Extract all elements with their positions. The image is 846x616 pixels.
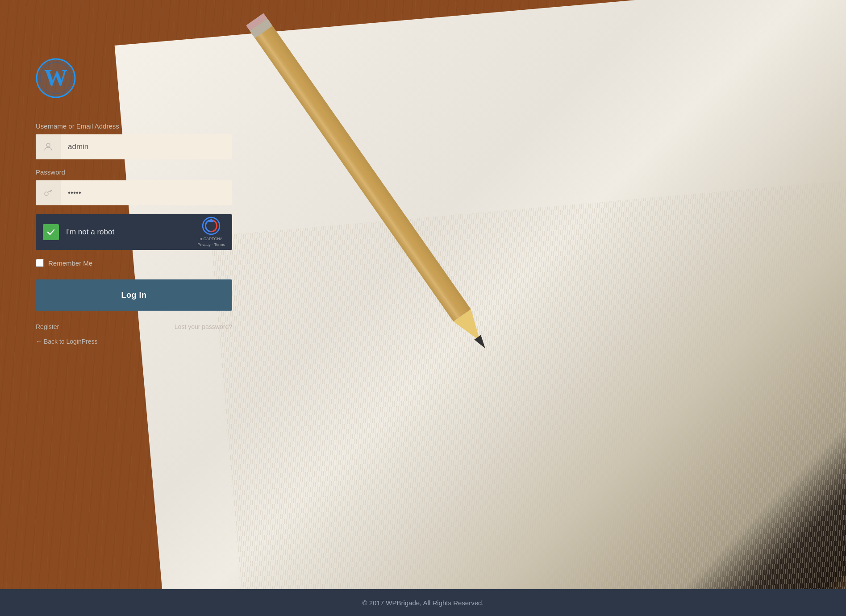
key-icon	[36, 180, 61, 205]
password-group: Password	[36, 168, 232, 205]
username-input-wrapper	[36, 134, 232, 159]
footer-bar: © 2017 WPBrigade, All Rights Reserved.	[0, 589, 846, 616]
svg-text:W: W	[44, 65, 67, 91]
captcha-brand: reCAPTCHA Privacy - Terms	[197, 236, 225, 247]
captcha-text: I'm not a robot	[66, 228, 197, 237]
wp-logo: W	[36, 58, 232, 122]
captcha-box[interactable]: I'm not a robot reCAPTCHA Privacy - Term…	[36, 214, 232, 250]
recaptcha-logo: reCAPTCHA Privacy - Terms	[197, 216, 225, 247]
svg-point-10	[46, 143, 50, 147]
login-button[interactable]: Log In	[36, 279, 232, 311]
password-input[interactable]	[61, 180, 232, 205]
login-container: W Username or Email Address Password	[36, 58, 232, 345]
back-to-loginpress-link[interactable]: ← Back to LoginPress	[36, 338, 98, 345]
back-link-wrapper: ← Back to LoginPress	[36, 337, 232, 345]
user-icon	[36, 134, 61, 159]
username-label: Username or Email Address	[36, 122, 232, 130]
username-group: Username or Email Address	[36, 122, 232, 159]
remember-me-row: Remember Me	[36, 259, 232, 267]
footer-text: © 2017 WPBrigade, All Rights Reserved.	[362, 599, 483, 607]
captcha-checkmark	[43, 224, 59, 240]
links-row: Register Lost your password?	[36, 323, 232, 330]
password-input-wrapper	[36, 180, 232, 205]
register-link[interactable]: Register	[36, 323, 59, 330]
remember-checkbox[interactable]	[36, 259, 44, 267]
lost-password-link[interactable]: Lost your password?	[175, 323, 232, 330]
username-input[interactable]	[61, 134, 232, 159]
svg-point-11	[45, 192, 48, 196]
password-label: Password	[36, 168, 232, 176]
remember-label[interactable]: Remember Me	[48, 259, 92, 267]
